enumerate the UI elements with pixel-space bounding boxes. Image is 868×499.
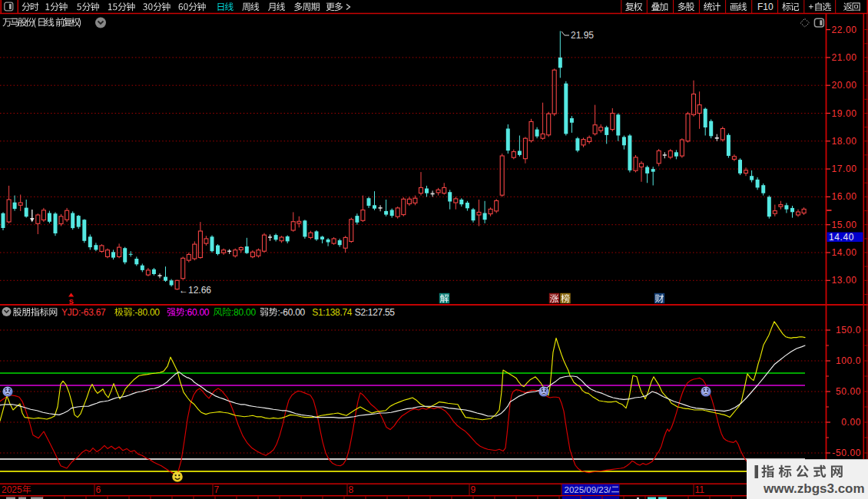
svg-text:-50.00: -50.00: [832, 448, 861, 458]
svg-text:150.0: 150.0: [836, 325, 861, 335]
svg-text:F10: F10: [757, 2, 774, 12]
svg-text::80.00: :80.00: [231, 307, 256, 318]
svg-text:7: 7: [214, 484, 220, 495]
svg-text:18.00: 18.00: [832, 136, 857, 147]
svg-text:2025: 2025: [2, 484, 22, 495]
svg-text:19.00: 19.00: [832, 108, 857, 119]
svg-text:www.zbgs3.com: www.zbgs3.com: [763, 481, 865, 496]
svg-text:YJD:-63.67: YJD:-63.67: [61, 307, 106, 318]
svg-text:0.00: 0.00: [841, 417, 861, 428]
svg-text:11: 11: [695, 484, 705, 495]
svg-text:20.00: 20.00: [832, 80, 857, 91]
svg-text::-80.00: :-80.00: [132, 307, 160, 318]
svg-text:50.00: 50.00: [836, 386, 861, 397]
svg-text:15.00: 15.00: [832, 220, 857, 230]
svg-text::60.00: :60.00: [184, 307, 209, 318]
svg-text:21.95: 21.95: [571, 30, 594, 41]
svg-text:22.00: 22.00: [832, 25, 857, 35]
svg-text:8: 8: [349, 484, 354, 495]
svg-text:6: 6: [96, 484, 101, 495]
svg-text::-60.00: :-60.00: [277, 307, 305, 318]
svg-text:2025/09/23/: 2025/09/23/: [565, 485, 612, 494]
svg-text:100.0: 100.0: [836, 355, 861, 366]
svg-text:14.40: 14.40: [829, 232, 854, 243]
svg-text:9: 9: [471, 484, 476, 495]
svg-text:S1:138.74: S1:138.74: [312, 307, 353, 318]
svg-text:21.00: 21.00: [832, 52, 857, 63]
svg-text:14.00: 14.00: [832, 247, 857, 258]
svg-text:13.00: 13.00: [832, 275, 857, 286]
svg-text:16.00: 16.00: [832, 191, 857, 202]
svg-text:S2:127.55: S2:127.55: [355, 307, 396, 318]
svg-text:17.00: 17.00: [832, 164, 857, 174]
svg-text:←12.66: ←12.66: [179, 285, 211, 296]
